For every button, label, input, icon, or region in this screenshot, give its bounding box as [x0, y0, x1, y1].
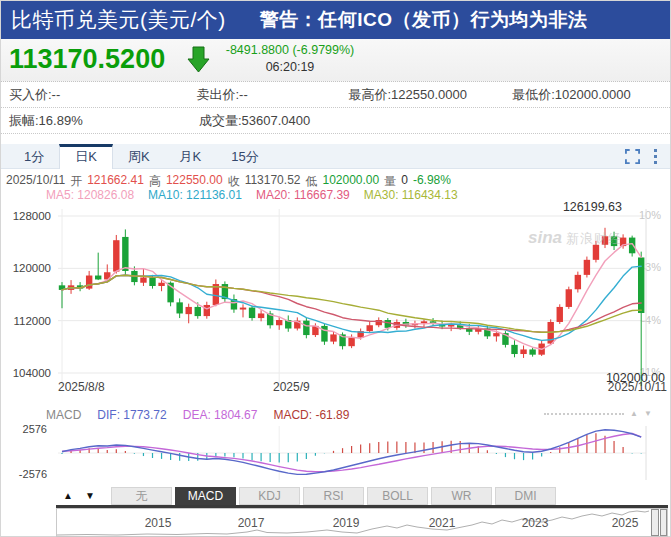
price-change: -8491.8800 (-6.9799%)	[215, 42, 365, 59]
svg-text:-2576: -2576	[19, 468, 47, 480]
quote-field-成交量: 成交量:53607.0400	[199, 108, 353, 133]
indicator-tabs: 无MACDKDJRSIBOLLWRDMI	[111, 487, 559, 505]
period-tabs: 1分日K周K月K15分	[9, 144, 274, 169]
price-down-arrow-icon	[187, 46, 210, 77]
indicator-tabbar: ▲ ▼ 无MACDKDJRSIBOLLWRDMI	[1, 487, 670, 505]
quote-field-最低价: 最低价:102000.0000	[512, 82, 670, 107]
macd-chart[interactable]: 2576-2576	[1, 422, 671, 484]
navigator-year-2019: 2019	[333, 516, 360, 530]
svg-text:128000: 128000	[13, 210, 51, 222]
svg-text:2025/8/8: 2025/8/8	[58, 380, 105, 394]
svg-text:2025/9: 2025/9	[273, 380, 310, 394]
period-tab-1分[interactable]: 1分	[9, 144, 59, 169]
warning-banner: 警告：任何ICO（发币）行为均为非法	[260, 7, 588, 33]
quote-field-最高价: 最高价:122550.0000	[348, 82, 512, 107]
indicator-next-button[interactable]: ▼	[80, 487, 100, 505]
sina-logo: sina	[528, 228, 562, 247]
range-slider-handle[interactable]	[650, 509, 667, 536]
indicator-tab-无[interactable]: 无	[111, 487, 172, 505]
more-options-icon[interactable]	[654, 149, 658, 168]
quote-info-row-1: 买入价:--卖出价:--最高价:122550.0000最低价:102000.00…	[1, 82, 670, 108]
quote-info-row-2: 振幅:16.89%成交量:53607.0400	[1, 108, 670, 134]
navigator-year-2021: 2021	[429, 516, 456, 530]
svg-text:112000: 112000	[13, 315, 51, 327]
quote-field-振幅: 振幅:16.89%	[9, 108, 199, 133]
svg-text:2576: 2576	[23, 423, 47, 435]
title-bar: 比特币兑美元(美元/个) 警告：任何ICO（发币）行为均为非法	[1, 1, 670, 39]
svg-text:10%: 10%	[639, 209, 661, 221]
indicator-tab-KDJ[interactable]: KDJ	[239, 487, 300, 505]
navigator-year-2025: 2025	[612, 516, 639, 530]
svg-text:2025/10/11: 2025/10/11	[608, 380, 667, 394]
navigator-year-2023: 2023	[522, 516, 549, 530]
fullscreen-icon[interactable]	[625, 149, 640, 168]
indicator-tab-WR[interactable]: WR	[431, 487, 492, 505]
svg-text:3%: 3%	[645, 261, 661, 273]
period-tabbar: 1分日K周K月K15分	[1, 144, 670, 169]
quote-section: 113170.5200 -8491.8800 (-6.9799%) 06:20:…	[1, 39, 670, 82]
indicator-tab-BOLL[interactable]: BOLL	[367, 487, 428, 505]
mini-up-arrow-icon[interactable]: ▲	[630, 410, 638, 418]
legend-item: MACD: -61.89	[273, 408, 349, 422]
quote-field-卖出价: 卖出价:--	[196, 82, 348, 107]
sina-watermark: sina新浪财经	[528, 228, 622, 248]
slider-grip	[660, 509, 668, 536]
change-block: -8491.8800 (-6.9799%) 06:20:19	[215, 42, 365, 76]
navigator-year-2015: 2015	[145, 516, 172, 530]
legend-item: MA30: 116434.13	[364, 188, 458, 202]
period-tab-周K[interactable]: 周K	[113, 144, 165, 169]
legend-item: MA5: 120826.08	[46, 188, 134, 202]
legend-item: DIF: 1773.72	[97, 408, 166, 422]
macd-legend: MACDDIF: 1773.72DEA: 1804.67MACD: -61.89	[46, 408, 349, 422]
quote-time: 06:20:19	[215, 59, 365, 76]
macd-scroll-decor: ▲ ▼	[544, 410, 656, 418]
legend-item: DEA: 1804.67	[183, 408, 258, 422]
navigator-year-2017: 2017	[238, 516, 265, 530]
slider-grip	[651, 509, 659, 536]
page-title: 比特币兑美元(美元/个)	[11, 6, 226, 34]
app-root: 比特币兑美元(美元/个) 警告：任何ICO（发币）行为均为非法 113170.5…	[0, 0, 671, 537]
legend-item: MA20: 116667.39	[256, 188, 350, 202]
svg-text:-4%: -4%	[641, 314, 661, 326]
indicator-tab-DMI[interactable]: DMI	[495, 487, 556, 505]
ma-legend: MA5: 120826.08MA10: 121136.01MA20: 11666…	[46, 188, 458, 202]
last-price: 113170.5200	[9, 44, 165, 75]
mini-down-arrow-icon[interactable]: ▼	[644, 410, 652, 418]
svg-text:120000: 120000	[13, 262, 51, 274]
indicator-tab-MACD[interactable]: MACD	[175, 487, 236, 505]
timeline-navigator[interactable]: 201520172019202120232025	[56, 508, 668, 537]
dotted-line	[544, 413, 624, 415]
svg-text:126199.63: 126199.63	[563, 201, 622, 214]
legend-item: MACD	[46, 408, 81, 422]
indicator-prev-button[interactable]: ▲	[58, 487, 78, 505]
legend-item: MA10: 121136.01	[148, 188, 242, 202]
chart-toolbar-icons	[625, 149, 658, 168]
indicator-tab-RSI[interactable]: RSI	[303, 487, 364, 505]
svg-text:104000: 104000	[13, 367, 51, 379]
period-tab-月K[interactable]: 月K	[165, 144, 217, 169]
quote-field-买入价: 买入价:--	[9, 82, 196, 107]
period-tab-15分[interactable]: 15分	[216, 144, 273, 169]
period-tab-日K[interactable]: 日K	[59, 144, 113, 169]
